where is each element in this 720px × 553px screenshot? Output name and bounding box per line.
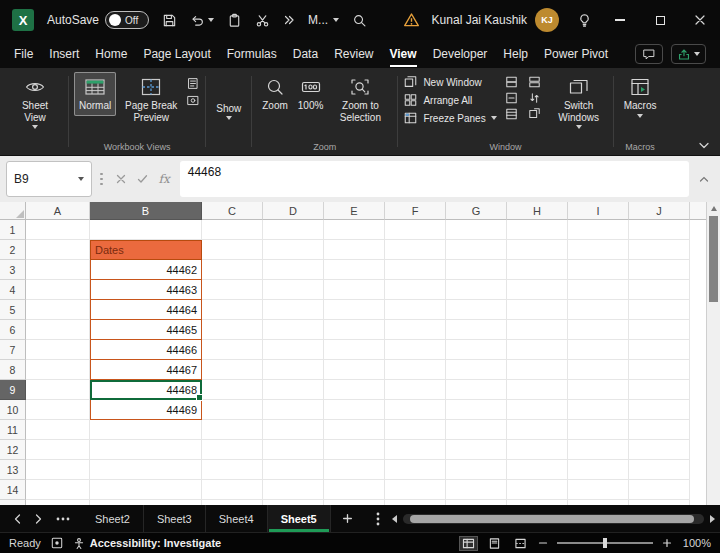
cell-F2[interactable] <box>385 240 446 260</box>
cell-J11[interactable] <box>629 420 690 440</box>
cell-C13[interactable] <box>202 460 263 480</box>
cell-I10[interactable] <box>568 400 629 420</box>
cell-D2[interactable] <box>263 240 324 260</box>
cell-C10[interactable] <box>202 400 263 420</box>
cell-B4[interactable]: 44463 <box>90 280 202 300</box>
cell-F7[interactable] <box>385 340 446 360</box>
synchronous-scrolling-icon[interactable] <box>526 92 544 104</box>
cell-G2[interactable] <box>446 240 507 260</box>
row-header-7[interactable]: 7 <box>0 340 26 360</box>
cell-G13[interactable] <box>446 460 507 480</box>
cell-J4[interactable] <box>629 280 690 300</box>
macros-button[interactable]: Macros <box>619 72 662 122</box>
scissors-icon[interactable] <box>255 13 270 28</box>
cell-J3[interactable] <box>629 260 690 280</box>
sheet-tab-sheet2[interactable]: Sheet2 <box>82 505 144 532</box>
cell-A15[interactable] <box>26 500 90 505</box>
cell-I1[interactable] <box>568 220 629 240</box>
cell-E10[interactable] <box>324 400 385 420</box>
save-icon[interactable] <box>162 13 177 28</box>
formula-input[interactable]: 44468 <box>180 161 689 197</box>
cell-C9[interactable] <box>202 380 263 400</box>
clipboard-icon[interactable] <box>227 13 242 28</box>
expand-formula-bar-chevron-icon[interactable] <box>694 176 714 182</box>
cell-C3[interactable] <box>202 260 263 280</box>
menu-tab-view[interactable]: View <box>382 40 425 68</box>
cell-J15[interactable] <box>629 500 690 505</box>
cell-F12[interactable] <box>385 440 446 460</box>
menu-tab-help[interactable]: Help <box>495 40 536 68</box>
cell-G12[interactable] <box>446 440 507 460</box>
cell-A2[interactable] <box>26 240 90 260</box>
normal-view-status-button[interactable] <box>460 537 477 550</box>
cell-E3[interactable] <box>324 260 385 280</box>
cell-B3[interactable]: 44462 <box>90 260 202 280</box>
cell-F9[interactable] <box>385 380 446 400</box>
more-commands-icon[interactable] <box>283 14 295 26</box>
cell-H8[interactable] <box>507 360 568 380</box>
cell-H11[interactable] <box>507 420 568 440</box>
cell-H12[interactable] <box>507 440 568 460</box>
undo-button[interactable] <box>190 13 214 28</box>
view-side-by-side-icon[interactable] <box>526 76 544 88</box>
column-header-J[interactable]: J <box>629 202 690 220</box>
cell-J12[interactable] <box>629 440 690 460</box>
lightbulb-icon[interactable] <box>577 13 592 28</box>
cell-D1[interactable] <box>263 220 324 240</box>
page-layout-view-icon[interactable] <box>186 77 200 90</box>
arrange-all-button[interactable]: Arrange All <box>403 93 496 107</box>
cell-A4[interactable] <box>26 280 90 300</box>
cell-H6[interactable] <box>507 320 568 340</box>
cell-H4[interactable] <box>507 280 568 300</box>
cell-J7[interactable] <box>629 340 690 360</box>
zoom-slider[interactable] <box>557 542 653 544</box>
cell-D13[interactable] <box>263 460 324 480</box>
reset-window-position-icon[interactable] <box>526 108 544 120</box>
row-header-12[interactable]: 12 <box>0 440 26 460</box>
menu-tab-developer[interactable]: Developer <box>425 40 496 68</box>
cell-F14[interactable] <box>385 480 446 500</box>
zoom-out-button[interactable] <box>538 538 548 548</box>
split-icon[interactable] <box>503 76 521 88</box>
cell-B7[interactable]: 44466 <box>90 340 202 360</box>
add-sheet-button[interactable] <box>331 513 364 524</box>
unhide-window-icon[interactable] <box>503 108 521 120</box>
menu-tab-home[interactable]: Home <box>87 40 135 68</box>
page-break-view-status-button[interactable] <box>512 537 529 550</box>
cell-G1[interactable] <box>446 220 507 240</box>
sheet-tab-sheet5[interactable]: Sheet5 <box>268 505 331 532</box>
cell-H2[interactable] <box>507 240 568 260</box>
sheet-tab-sheet4[interactable]: Sheet4 <box>206 505 268 532</box>
cell-E2[interactable] <box>324 240 385 260</box>
autosave-toggle[interactable]: Off <box>105 11 149 29</box>
next-sheet-icon[interactable] <box>35 514 42 524</box>
horizontal-scrollbar[interactable] <box>380 514 720 524</box>
row-header-13[interactable]: 13 <box>0 460 26 480</box>
warning-icon[interactable] <box>403 12 420 28</box>
cell-E11[interactable] <box>324 420 385 440</box>
cell-C6[interactable] <box>202 320 263 340</box>
cell-F6[interactable] <box>385 320 446 340</box>
scroll-right-icon[interactable] <box>710 515 715 523</box>
cell-J5[interactable] <box>629 300 690 320</box>
cell-B10[interactable]: 44469 <box>90 400 202 420</box>
cancel-icon[interactable] <box>116 174 126 184</box>
cell-J8[interactable] <box>629 360 690 380</box>
cell-D3[interactable] <box>263 260 324 280</box>
collapse-ribbon-chevron-icon[interactable] <box>698 142 710 149</box>
zoom-button[interactable]: Zoom <box>257 72 293 116</box>
document-title-dropdown[interactable]: M... <box>308 13 339 27</box>
cell-B13[interactable] <box>90 460 202 480</box>
enter-icon[interactable] <box>137 174 148 184</box>
cell-J14[interactable] <box>629 480 690 500</box>
minimize-button[interactable] <box>600 0 640 40</box>
row-header-14[interactable]: 14 <box>0 480 26 500</box>
cell-C2[interactable] <box>202 240 263 260</box>
page-break-preview-button[interactable]: Page Break Preview <box>116 72 186 127</box>
search-icon[interactable] <box>352 13 367 28</box>
excel-app-icon[interactable]: X <box>12 9 34 31</box>
column-header-C[interactable]: C <box>202 202 263 220</box>
column-header-D[interactable]: D <box>263 202 324 220</box>
menu-tab-file[interactable]: File <box>6 40 41 68</box>
previous-sheet-icon[interactable] <box>14 514 21 524</box>
